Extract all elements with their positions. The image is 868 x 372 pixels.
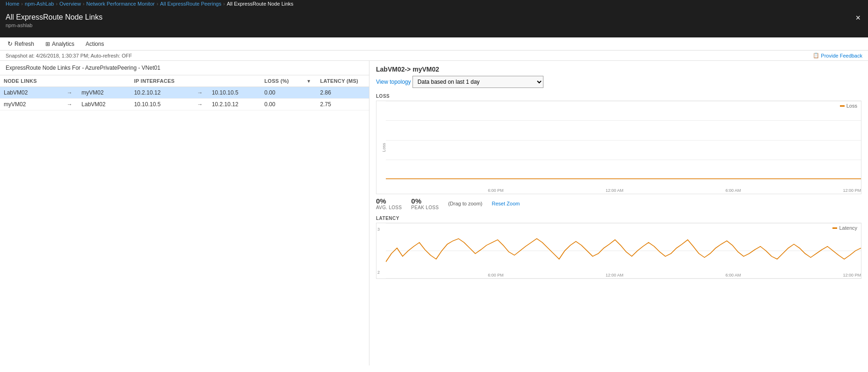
col-sort-icon[interactable]: ▼	[303, 75, 316, 87]
col-ip-interfaces: IP INTERFACES	[130, 75, 194, 87]
actions-label: Actions	[86, 41, 104, 47]
table-row[interactable]: myVM02 → LabVM02 10.10.10.5 → 10.2.10.12…	[0, 99, 369, 110]
refresh-label: Refresh	[14, 41, 34, 47]
loss-chart-label: LOSS	[376, 94, 861, 99]
feedback-icon: 📋	[813, 52, 819, 58]
provide-feedback-link[interactable]: 📋 Provide Feedback	[813, 52, 862, 58]
latency-x-axis: 6:00 PM 12:00 AM 6:00 AM 12:00 PM	[386, 272, 861, 278]
loss-y-axis-label: Loss	[382, 143, 386, 152]
loss-value: 0.00	[260, 99, 303, 110]
avg-loss-label: AVG. LOSS	[376, 205, 402, 210]
breadcrumb-overview[interactable]: Overview	[59, 1, 81, 7]
refresh-icon: ↻	[7, 40, 13, 47]
page-subtitle: npm-ashlab	[6, 22, 102, 28]
latency-chart-container: Latency 3 2 6:00 PM 12:00 AM	[376, 223, 861, 279]
view-topology-link[interactable]: View topology	[376, 79, 411, 85]
latency-value: 2.75	[317, 99, 369, 110]
loss-chart-svg	[386, 101, 861, 180]
title-bar-left: All ExpressRoute Node Links npm-ashlab	[6, 13, 102, 28]
analytics-label: Analytics	[52, 41, 74, 47]
drag-zoom-hint: (Drag to zoom)	[448, 201, 482, 206]
avg-loss-stat: 0% AVG. LOSS	[376, 197, 402, 210]
right-panel-title: LabVM02-> myVM02	[376, 66, 861, 73]
ip-to: 10.10.10.5	[208, 87, 260, 99]
refresh-button[interactable]: ↻ Refresh	[6, 39, 36, 48]
arrow-icon: →	[63, 99, 78, 110]
table-row[interactable]: LabVM02 → myVM02 10.2.10.12 → 10.10.10.5…	[0, 87, 369, 99]
ip-from: 10.2.10.12	[130, 87, 194, 99]
snapshot-bar: Snapshot at: 4/26/2018, 1:30:37 PM; Auto…	[0, 51, 868, 61]
actions-button[interactable]: Actions	[84, 40, 106, 48]
latency-chart-label: LATENCY	[376, 216, 861, 221]
reset-zoom-link[interactable]: Reset Zoom	[492, 201, 520, 206]
right-panel: LabVM02-> myVM02 View topology Data base…	[369, 61, 868, 365]
loss-chart-section: LOSS Loss Loss	[376, 94, 861, 210]
col-ip-to	[208, 75, 260, 87]
col-loss: LOSS (%)	[260, 75, 303, 87]
close-button[interactable]: ×	[854, 13, 862, 23]
time-range-select[interactable]: Data based on last 1 day Data based on l…	[412, 76, 543, 88]
breadcrumb-home[interactable]: Home	[6, 1, 19, 7]
left-panel: ExpressRoute Node Links For - AzurePriva…	[0, 61, 369, 365]
loss-chart-container: Loss Loss 6:00 PM 12:00 AM	[376, 101, 861, 194]
node-from: LabVM02	[0, 87, 63, 99]
latency-chart-section: LATENCY Latency 3 2	[376, 216, 861, 279]
node-from: myVM02	[0, 99, 63, 110]
breadcrumb-current: All ExpressRoute Node Links	[227, 1, 293, 7]
latency-value: 2.86	[317, 87, 369, 99]
breadcrumb-bar: Home › npm-AshLab › Overview › Network P…	[0, 0, 868, 9]
toolbar: ↻ Refresh ⊞ Analytics Actions	[0, 37, 868, 51]
col-latency: LATENCY (MS)	[317, 75, 369, 87]
peak-loss-stat: 0% PEAK LOSS	[411, 197, 439, 210]
node-to: myVM02	[78, 87, 130, 99]
ip-arrow-icon: →	[193, 99, 208, 110]
page-title: All ExpressRoute Node Links	[6, 13, 102, 22]
section-title: ExpressRoute Node Links For - AzurePriva…	[0, 61, 369, 75]
breadcrumb-npm[interactable]: Network Performance Monitor	[87, 1, 155, 7]
node-links-table: NODE LINKS IP INTERFACES LOSS (%) ▼ LATE…	[0, 75, 369, 110]
col-node-to	[78, 75, 130, 87]
arrow-icon: →	[63, 87, 78, 99]
col-arrow1	[63, 75, 78, 87]
breadcrumb-npm-ashlab[interactable]: npm-AshLab	[25, 1, 54, 7]
y-axis-bottom: 2	[377, 270, 380, 275]
peak-loss-label: PEAK LOSS	[411, 205, 439, 210]
title-bar: All ExpressRoute Node Links npm-ashlab ×	[0, 9, 868, 37]
y-axis-top: 3	[377, 227, 380, 232]
col-ip-arrow	[193, 75, 208, 87]
node-to: LabVM02	[78, 99, 130, 110]
peak-loss-value: 0%	[411, 197, 439, 205]
ip-arrow-icon: →	[193, 87, 208, 99]
loss-stats-row: 0% AVG. LOSS 0% PEAK LOSS (Drag to zoom)…	[376, 197, 861, 210]
analytics-button[interactable]: ⊞ Analytics	[43, 40, 76, 48]
latency-chart-svg	[386, 223, 861, 278]
ip-from: 10.10.10.5	[130, 99, 194, 110]
feedback-label: Provide Feedback	[821, 53, 862, 58]
loss-x-axis: 6:00 PM 12:00 AM 6:00 AM 12:00 PM	[386, 187, 861, 194]
breadcrumb-peerings[interactable]: All ExpressRoute Peerings	[160, 1, 221, 7]
loss-value: 0.00	[260, 87, 303, 99]
snapshot-text: Snapshot at: 4/26/2018, 1:30:37 PM; Auto…	[6, 53, 132, 58]
ip-to: 10.2.10.12	[208, 99, 260, 110]
col-node-links: NODE LINKS	[0, 75, 63, 87]
main-layout: ExpressRoute Node Links For - AzurePriva…	[0, 61, 868, 365]
sort-down-icon: ▼	[306, 79, 311, 84]
analytics-icon: ⊞	[45, 41, 50, 47]
avg-loss-value: 0%	[376, 197, 402, 205]
